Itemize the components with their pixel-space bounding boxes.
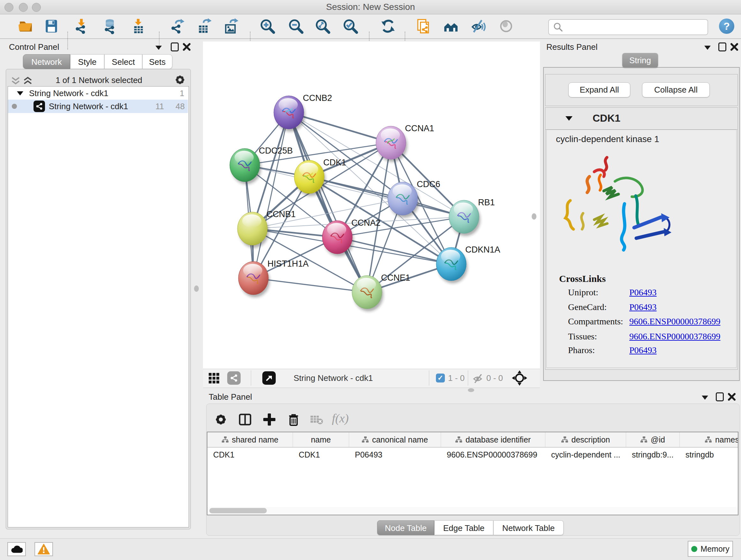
network-collection-row[interactable]: String Network - cdk1 1	[8, 87, 188, 100]
tab-network-table[interactable]: Network Table	[493, 520, 563, 535]
splitter-handle-right[interactable]	[532, 213, 536, 220]
tab-style[interactable]: Style	[70, 54, 105, 69]
table-panel-maximize-button[interactable]	[714, 392, 725, 401]
zoom-selected-button[interactable]	[342, 18, 359, 35]
node-CCNA1[interactable]	[376, 126, 407, 162]
results-panel-float-button[interactable]	[702, 43, 713, 52]
import-network-file-button[interactable]	[73, 18, 90, 35]
column-header-shared-name[interactable]: shared name	[207, 432, 293, 447]
genecard-link[interactable]: P06493	[629, 302, 657, 312]
node-CDK1[interactable]	[294, 160, 326, 196]
home-networks-button[interactable]	[443, 18, 459, 35]
export-table-button[interactable]	[196, 18, 212, 35]
save-session-button[interactable]	[43, 18, 60, 35]
tab-string[interactable]: String	[622, 53, 658, 68]
column-header-namespace[interactable]: namespace	[680, 432, 738, 447]
tissues-link[interactable]: 9606.ENSP00000378699	[629, 331, 720, 341]
expand-all-button[interactable]: Expand All	[568, 82, 630, 98]
node-RB1[interactable]	[449, 200, 480, 236]
network-canvas[interactable]: CCNB2CCNA1CDC25BCDK1CDC6RB1CCNB1CCNA2CDK…	[203, 42, 540, 369]
column-header-name[interactable]: name	[293, 432, 349, 447]
results-panel-close-button[interactable]	[729, 42, 740, 52]
table-row[interactable]: CDK1 CDK1 P06493 9606.ENSP00000378699 cy…	[207, 448, 738, 462]
eye-sphere-icon	[498, 18, 514, 34]
tab-edge-table[interactable]: Edge Table	[434, 520, 493, 535]
zoom-fit-button[interactable]	[314, 18, 331, 35]
edge-HIST1H1A-CCNE1[interactable]	[253, 278, 367, 292]
tree-expand-icon[interactable]	[17, 91, 23, 96]
export-network-button[interactable]	[170, 18, 186, 35]
clone-network-button[interactable]	[415, 18, 432, 35]
tab-select[interactable]: Select	[105, 54, 142, 69]
gene-section-header[interactable]	[545, 107, 738, 130]
collapse-all-button[interactable]: Collapse All	[642, 82, 710, 98]
tab-node-table[interactable]: Node Table	[377, 520, 434, 535]
memory-button[interactable]: Memory	[688, 541, 733, 557]
network-panel-options-button[interactable]	[174, 74, 186, 85]
node-HIST1H1A[interactable]	[239, 261, 270, 297]
table-panel-close-button[interactable]	[726, 392, 737, 401]
cell-database-identifier[interactable]: 9606.ENSP00000378699	[441, 448, 545, 462]
edge-CDK1-RB1[interactable]	[309, 177, 464, 217]
graphics-details-button[interactable]	[498, 18, 515, 35]
column-header-description[interactable]: description	[545, 432, 626, 447]
hidden-elements-button[interactable]	[472, 372, 484, 384]
control-panel-maximize-button[interactable]	[169, 42, 180, 52]
help-button[interactable]: ?	[719, 18, 734, 34]
control-panel-float-button[interactable]	[153, 43, 164, 52]
column-header-id[interactable]: @id	[626, 432, 680, 447]
import-table-button[interactable]	[130, 18, 146, 35]
node-CCNB2[interactable]	[274, 96, 305, 132]
node-CCNA2[interactable]	[322, 221, 354, 256]
column-header-canonical-name[interactable]: canonical name	[349, 432, 441, 447]
network-row-selected[interactable]: String Network - cdk1 11 48	[8, 100, 188, 113]
splitter-handle-bottom[interactable]	[468, 388, 474, 392]
cloud-status-button[interactable]	[7, 542, 26, 556]
show-columns-button[interactable]	[237, 411, 253, 428]
results-panel-maximize-button[interactable]	[717, 42, 728, 52]
cell-namespace[interactable]: stringdb	[680, 448, 738, 462]
delete-column-button[interactable]	[285, 411, 302, 428]
warnings-button[interactable]	[35, 542, 53, 556]
tab-sets[interactable]: Sets	[142, 54, 172, 69]
hide-graphics-button[interactable]	[470, 18, 487, 35]
column-header-database-identifier[interactable]: database identifier	[441, 432, 545, 447]
table-panel-float-button[interactable]	[699, 393, 711, 402]
detach-view-button[interactable]	[262, 371, 276, 385]
uniprot-link[interactable]: P06493	[629, 287, 657, 298]
tab-network[interactable]: Network	[23, 54, 70, 69]
cell-canonical-name[interactable]: P06493	[349, 448, 441, 462]
scrollbar-thumb[interactable]	[209, 508, 267, 513]
cell-name[interactable]: CDK1	[293, 448, 349, 462]
birdseye-view-button[interactable]	[227, 371, 241, 385]
splitter-handle-left[interactable]	[194, 286, 199, 292]
import-network-database-button[interactable]	[102, 18, 118, 35]
table-horizontal-scrollbar[interactable]	[207, 507, 737, 515]
status-bar	[0, 538, 741, 560]
node-CCNE1[interactable]	[352, 275, 383, 311]
section-collapse-icon[interactable]	[565, 116, 572, 121]
search-input[interactable]	[566, 22, 708, 32]
selected-nodes-checkbox[interactable]: ✓	[436, 374, 445, 382]
open-session-button[interactable]	[17, 18, 34, 35]
collapse-all-networks-button[interactable]	[11, 77, 20, 85]
node-CDKN1A[interactable]	[436, 247, 468, 283]
table-options-button[interactable]	[212, 411, 229, 428]
expand-all-networks-button[interactable]	[23, 77, 32, 85]
node-table[interactable]: shared name name canonical name database…	[207, 432, 738, 515]
grid-view-button[interactable]	[208, 372, 220, 384]
pharos-link[interactable]: P06493	[629, 345, 657, 355]
zoom-out-button[interactable]	[287, 18, 304, 35]
apply-layout-button[interactable]	[380, 18, 396, 35]
cell-description[interactable]: cyclin-dependent ...	[545, 448, 626, 462]
cell-id[interactable]: stringdb:9...	[626, 448, 680, 462]
compartments-link[interactable]: 9606.ENSP00000378699	[629, 316, 720, 327]
add-column-button[interactable]	[261, 411, 278, 428]
protein-structure-image	[556, 152, 690, 267]
control-panel-close-button[interactable]	[181, 42, 192, 52]
node-CDC25B[interactable]	[230, 148, 261, 184]
cell-shared-name[interactable]: CDK1	[207, 448, 293, 462]
export-image-button[interactable]	[223, 18, 239, 35]
fit-content-button[interactable]	[512, 370, 527, 386]
zoom-in-button[interactable]	[259, 18, 276, 35]
